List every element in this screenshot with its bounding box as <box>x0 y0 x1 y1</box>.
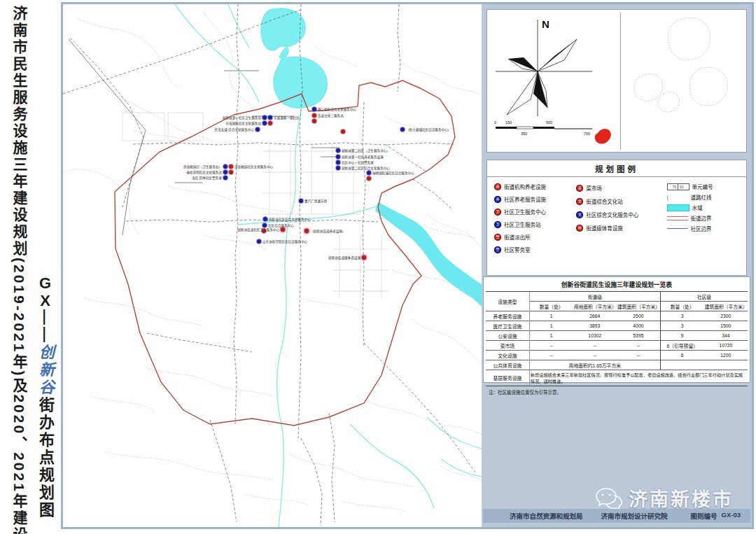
community-facility-marker <box>312 107 316 111</box>
group-street: 街道级 <box>529 292 660 302</box>
scale-tick: 700 <box>584 132 590 136</box>
legend-panel: 规划图例 养街道机构养老设施养社区养老服务设施卫社区卫生服务中心卫社区卫生服务站… <box>486 160 747 276</box>
table-cell: 公安设施 <box>486 331 529 341</box>
group-community: 社区级 <box>660 292 748 302</box>
community-facility-marker <box>262 115 267 120</box>
table-cell <box>660 360 748 370</box>
community-facility-marker <box>336 148 340 153</box>
community-facility-marker <box>336 166 340 170</box>
legend-item-label: 社区卫生服务中心 <box>504 208 546 216</box>
scale-tick: 500 <box>546 120 552 125</box>
facility-marker-label: 街道文化三服务站 <box>318 114 344 118</box>
legend-col-3: 7001单元编号|道路红线水域街道边界社区边界 <box>667 183 742 253</box>
table-row: 医疗卫生设施13893400031500 <box>486 321 748 331</box>
street-facility-marker <box>312 113 316 118</box>
community-facility-marker <box>263 217 267 221</box>
legend-item-label: 单元编号 <box>692 183 713 190</box>
community-facility-marker <box>336 155 340 159</box>
facility-marker-label: 春和景明社区文化服务站 <box>186 171 222 174</box>
legend-item-label: 街道级体育设施 <box>586 224 623 232</box>
header-land-area: 用地面积（平方米） <box>573 302 617 311</box>
legend-item: 警街道派出所 <box>494 233 576 241</box>
legend-marker-icon: 体 <box>576 225 583 232</box>
legend-item: 菜菜市场 <box>576 184 666 192</box>
facility-marker-label: 济高桃园社区文化服务中心 <box>234 165 273 169</box>
legend-col-2: 菜菜市场文街道综合文化站文社区综合文化服务中心体街道级体育设施 <box>576 183 666 253</box>
legend-item: 体街道级体育设施 <box>576 224 666 232</box>
scale-tick: 150 <box>505 120 512 125</box>
sheet-title-main: 济南市民生服务设施三年建设规划(2019-2021年)及2020、2021年建设… <box>8 6 29 526</box>
table-cell: 1 <box>529 321 573 331</box>
header-count: 数量（处） <box>660 302 704 311</box>
footer-sheet-number: GX-03 <box>722 511 741 521</box>
footer-org-2: 济南市规划设计研究院 <box>601 511 668 521</box>
legend-col-1: 养街道机构养老设施养社区养老服务设施卫社区卫生服务中心卫社区卫生服务站警街道派出… <box>494 183 576 253</box>
wind-rose <box>507 39 577 115</box>
community-facility-marker <box>299 199 303 203</box>
plan-table: 设施类型街道级社区级数量（处）用地面积（平方米）建筑面积（平方米）数量（处）建筑… <box>486 291 748 385</box>
scale-tick: 350 <box>521 132 527 136</box>
table-cell: 2500 <box>617 311 660 321</box>
street-facility-marker <box>281 227 285 232</box>
legend-item: 文社区综合文化服务中心 <box>576 211 666 218</box>
table-cell: -- <box>617 351 660 360</box>
community-facility-marker <box>223 170 227 174</box>
scale-tick: 0 <box>494 120 496 125</box>
street-facility-marker <box>367 176 371 181</box>
legend-item-label: 道路红线 <box>691 193 712 201</box>
legend-item: 街道边界 <box>667 214 742 222</box>
legend-marker-icon: 养 <box>494 196 501 203</box>
footer-org-1: 济南市自然资源和规划局 <box>510 511 583 521</box>
header-floor-area: 建筑面积（平方米） <box>704 302 748 311</box>
table-cell: 6（引导预留） <box>660 341 704 351</box>
facility-marker-label: 社区中心一社区警务室 <box>342 161 374 164</box>
street-facility-marker <box>229 164 233 169</box>
legend-item: 卫社区卫生服务站 <box>494 220 576 228</box>
table-cell: -- <box>617 341 660 351</box>
table-title: 创新谷街道民生设施三年建设规划一览表 <box>486 279 748 291</box>
table-cell: 1200 <box>704 351 748 360</box>
street-facility-marker <box>341 129 345 134</box>
facility-marker-label: 创新谷社区综合文化服务中心 <box>269 218 311 221</box>
legend-item-label: 社区综合文化服务中心 <box>586 211 638 218</box>
legend-marker-icon: 文 <box>576 211 583 218</box>
community-facility-marker <box>268 115 272 120</box>
legend-item: 卫社区卫生服务中心 <box>494 208 576 216</box>
facility-marker-label: 创新谷街道社区卫生服务中心 <box>237 228 279 232</box>
table-cell: 3 <box>660 321 704 331</box>
legend-swatch-road: | <box>667 194 688 200</box>
legend-item: |道路红线 <box>667 193 742 201</box>
legend-item-label: 菜市场 <box>586 184 602 192</box>
table-cell: 用地面积约1.65万平方米 <box>529 360 660 370</box>
legend-swatch-street <box>667 216 688 220</box>
legend-item-label: 社区卫生服务站 <box>504 220 541 228</box>
legend-item-label: 街道综合文化站 <box>586 197 623 205</box>
table-cell: 公共体育设施 <box>486 360 529 370</box>
facility-marker-label: 创新谷街道级体育设施 <box>328 256 360 260</box>
table-row: 公安设施11030253959344 <box>486 331 748 341</box>
table-cell: 1500 <box>704 321 748 331</box>
street-facility-marker <box>268 121 272 125</box>
table-cell: -- <box>573 341 617 351</box>
parcel-lines <box>63 11 482 512</box>
legend-item-label: 街道边界 <box>691 214 712 222</box>
watermark-text: 济南新楼市 <box>629 484 734 512</box>
legend-marker-icon: 卫 <box>494 221 501 228</box>
table-cell: 3893 <box>573 321 617 331</box>
legend-item-label: 水域 <box>692 204 703 211</box>
table-row: 菜市场------6（引导预留）10720 <box>486 341 748 351</box>
legend-columns: 养街道机构养老设施养社区养老服务设施卫社区卫生服务中心卫社区卫生服务站警街道派出… <box>487 177 746 253</box>
footer-sheet-label: 图则编号 <box>691 511 718 521</box>
street-facility-marker <box>362 255 366 260</box>
table-cell: 10720 <box>704 341 748 351</box>
facility-marker-label: 创新谷第二社区综合文化服务中心 <box>342 167 390 170</box>
facility-marker-label: 中海国际社区文化服务站 <box>225 122 261 125</box>
north-label: N <box>542 18 550 30</box>
facility-marker-label: 创新谷第二社区（卫生服务中心） <box>342 149 390 153</box>
col-facility-type: 设施类型 <box>486 292 529 311</box>
table-cell: 2664 <box>573 311 617 321</box>
city-blocks <box>122 113 388 298</box>
table-cell: 5395 <box>617 331 660 341</box>
plan-map: 创新谷第一社区卫生服务站东城逸家一期社区中海国际社区文化服务站世茂天城·综合文化… <box>63 4 482 527</box>
plan-table-box: 创新谷街道民生设施三年建设规划一览表 设施类型街道级社区级数量（处）用地面积（平… <box>483 276 750 383</box>
